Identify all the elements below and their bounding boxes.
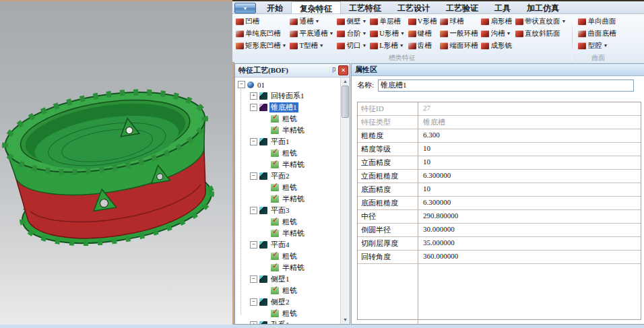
collapse-icon[interactable]: − (238, 81, 245, 88)
ribbon-button[interactable]: T型槽▼ (289, 40, 334, 52)
chevron-down-icon[interactable]: ▼ (319, 43, 324, 48)
ribbon-button[interactable]: 台阶▼ (336, 28, 367, 40)
tree-item[interactable]: 粗铣 (235, 182, 341, 193)
expand-icon[interactable]: + (250, 92, 257, 100)
ribbon-button[interactable]: 凹槽 (235, 15, 287, 28)
tree-item[interactable]: 半精铣 (235, 262, 341, 273)
tree-item[interactable]: −01 (235, 79, 341, 90)
ribbon-tab-3[interactable]: 工艺设计 (389, 1, 438, 13)
ribbon-button[interactable]: U形槽▼ (369, 28, 406, 40)
tree-item[interactable]: −侧壁2 (235, 296, 341, 308)
chevron-down-icon[interactable]: ▼ (603, 43, 608, 48)
ribbon-tab-2[interactable]: 工艺特征 (341, 1, 389, 13)
ribbon-button[interactable]: 平底通槽▼ (289, 28, 334, 40)
tree-item[interactable]: +回转面系1 (235, 90, 341, 102)
property-value[interactable]: 10 (418, 156, 641, 169)
ribbon-button[interactable]: 型腔▼ (577, 40, 616, 52)
tree-item[interactable]: −平面1 (235, 136, 341, 147)
tree-item[interactable]: 半精铣 (235, 193, 341, 205)
collapse-icon[interactable]: − (250, 172, 257, 180)
model-viewport[interactable] (0, 0, 232, 328)
feature-face-icon (259, 241, 267, 249)
tree-item[interactable]: 粗铣 (235, 251, 341, 262)
tree-item[interactable]: +孔系1 (235, 319, 341, 324)
collapse-icon[interactable]: − (250, 298, 257, 306)
property-value[interactable]: 10 (418, 143, 641, 156)
tree-item[interactable]: 半精铣 (235, 159, 341, 170)
ribbon-button[interactable]: 直纹斜筋面 (515, 28, 567, 40)
ribbon-tab-5[interactable]: 工具 (486, 1, 519, 13)
property-value[interactable]: 6.300 (418, 129, 641, 142)
chevron-down-icon[interactable]: ▼ (506, 31, 511, 36)
tree-item[interactable]: 粗铣 (235, 285, 341, 296)
tree-item[interactable]: −侧壁1 (235, 273, 341, 285)
ribbon-button[interactable]: V形槽 (408, 15, 438, 28)
scroll-down-icon[interactable]: ▼ (342, 316, 349, 324)
collapse-icon[interactable]: − (250, 207, 257, 214)
ribbon-button[interactable]: 端面环槽 (439, 40, 478, 52)
ribbon-button[interactable]: 球槽 (439, 15, 478, 28)
ribbon-button[interactable]: 沟槽▼ (480, 28, 513, 40)
collapse-icon[interactable]: − (250, 275, 257, 283)
chevron-down-icon[interactable]: ▼ (329, 31, 333, 36)
ribbon-button[interactable]: 带状直纹面▼ (515, 15, 567, 28)
tree-item[interactable]: 粗铣 (235, 216, 341, 228)
chevron-down-icon[interactable]: ▼ (315, 19, 319, 24)
tree-item[interactable]: 半精铣 (235, 228, 341, 239)
scrollbar-thumb[interactable] (342, 86, 349, 118)
property-value[interactable]: 6.300000 (418, 170, 641, 183)
chevron-down-icon[interactable]: ▼ (400, 31, 405, 36)
ribbon-button[interactable]: 单向曲面 (577, 15, 616, 28)
ribbon-tab-0[interactable]: 开始 (259, 1, 291, 13)
feature-icon (337, 30, 345, 37)
ribbon-button[interactable]: 成形铣 (480, 40, 513, 52)
tree-item[interactable]: 半精铣 (235, 125, 341, 136)
ribbon-button[interactable]: 切口▼ (336, 40, 367, 52)
ribbon-button[interactable]: 曲面底槽 (577, 28, 616, 40)
close-icon[interactable]: ✕ (338, 65, 348, 75)
ribbon-button[interactable]: 键槽 (408, 28, 438, 40)
ribbon-tab-4[interactable]: 工艺验证 (438, 1, 486, 13)
property-value[interactable]: 10 (418, 183, 641, 196)
chevron-down-icon[interactable]: ▼ (362, 19, 366, 24)
tree-item[interactable]: −平面4 (235, 239, 341, 251)
ribbon-button[interactable]: 单层槽 (369, 15, 406, 28)
ribbon-button[interactable]: 通槽▼ (289, 15, 334, 28)
ribbon-button[interactable]: 单纯底凹槽 (235, 28, 287, 40)
expand-icon[interactable]: + (250, 321, 257, 324)
ribbon-button[interactable]: 齿槽 (408, 40, 438, 52)
ribbon-button-label: 单向曲面 (587, 17, 616, 26)
ribbon-button[interactable]: 侧壁▼ (336, 15, 367, 28)
property-value[interactable]: 360.000000 (418, 251, 641, 263)
property-value[interactable]: 30.000000 (418, 224, 641, 236)
tree-item[interactable]: 粗铣 (235, 308, 341, 319)
tree-item[interactable]: −平面2 (235, 170, 341, 182)
ribbon-button[interactable]: 矩形底凹槽▼ (235, 40, 287, 52)
pin-icon[interactable]: 卩 (328, 66, 337, 75)
property-value[interactable]: 290.800000 (418, 210, 641, 223)
scroll-up-icon[interactable]: ▲ (342, 77, 349, 86)
collapse-icon[interactable]: − (250, 138, 257, 145)
chevron-down-icon[interactable]: ▼ (362, 31, 366, 36)
ribbon-button[interactable]: 一般环槽 (439, 28, 478, 40)
tree-item[interactable]: 粗铣 (235, 113, 341, 125)
feature-name-input[interactable] (378, 79, 634, 92)
ribbon-tab-6[interactable]: 加工仿真 (519, 1, 567, 13)
tree-item[interactable]: −平面3 (235, 205, 341, 216)
property-value[interactable]: 35.000000 (418, 237, 641, 250)
collapse-icon[interactable]: − (250, 104, 257, 111)
chevron-down-icon[interactable]: ▼ (282, 43, 287, 48)
ribbon-button[interactable]: L形槽▼ (369, 40, 406, 52)
chevron-down-icon[interactable]: ▼ (362, 43, 366, 48)
tree-scrollbar[interactable]: ▲ ▼ (340, 77, 350, 324)
collapse-icon[interactable]: − (250, 241, 257, 249)
property-value[interactable]: 6.300000 (418, 197, 641, 209)
ribbon-button[interactable]: 扇形槽 (480, 15, 513, 28)
application-menu-button[interactable]: ▼ (234, 3, 256, 13)
feature-icon (236, 30, 244, 37)
chevron-down-icon[interactable]: ▼ (399, 43, 404, 48)
ribbon-tab-1[interactable]: 复杂特征 (291, 1, 341, 13)
chevron-down-icon[interactable]: ▼ (561, 19, 566, 24)
tree-item[interactable]: 粗铣 (235, 147, 341, 159)
tree-item[interactable]: −锥底槽1 (235, 102, 341, 113)
